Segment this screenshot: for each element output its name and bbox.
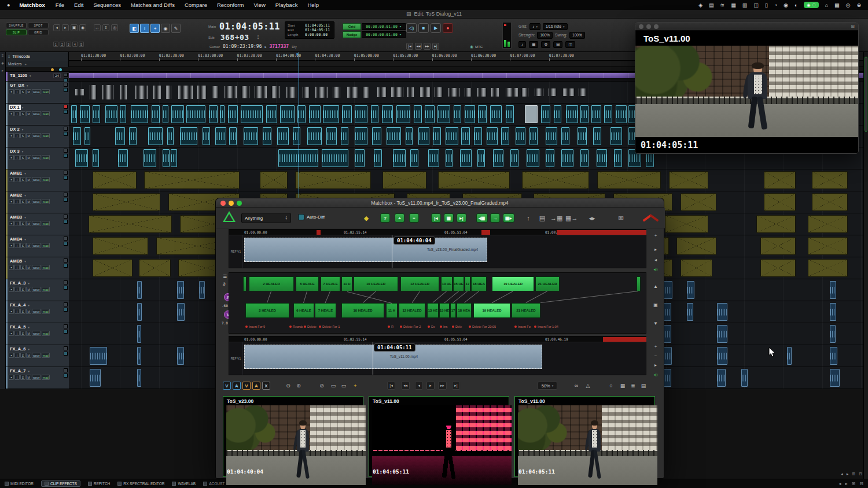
input-monitor-button[interactable]: I bbox=[14, 199, 20, 204]
track-view-selector[interactable]: wave bbox=[32, 309, 41, 314]
grid-note-select[interactable]: 1/16 note▾ bbox=[543, 23, 568, 30]
audio-clip[interactable] bbox=[614, 149, 622, 167]
frame2-icon[interactable]: ▭ bbox=[340, 382, 348, 390]
track-view-selector[interactable]: wave bbox=[32, 111, 41, 116]
pencil-tool[interactable]: ✎ bbox=[171, 24, 181, 33]
audio-clip[interactable] bbox=[561, 127, 569, 145]
grid-note-icon-box[interactable]: ♪▾ bbox=[529, 23, 540, 30]
audio-clip[interactable] bbox=[593, 127, 601, 145]
loop-icon[interactable]: ∞ bbox=[572, 382, 580, 390]
track-header-amb5[interactable]: AMB5▾●ISMwaveread bbox=[6, 257, 69, 279]
audio-clip[interactable] bbox=[546, 127, 558, 145]
zoom-in-button[interactable]: ⊕ bbox=[295, 382, 303, 390]
menu-item-matches-and-diffs[interactable]: Matches and Diffs bbox=[131, 2, 175, 8]
audio-clip[interactable] bbox=[830, 325, 836, 343]
track-header-fx-a-3[interactable]: FX_A_3▾●ISMwaveread bbox=[6, 279, 69, 301]
healed-clip[interactable]: 12 HEALED bbox=[400, 276, 439, 291]
track-header-dx-3[interactable]: DX 3▾●ISMwaveread bbox=[6, 147, 69, 169]
waveform-burst[interactable] bbox=[242, 86, 249, 98]
audio-clip[interactable] bbox=[490, 105, 502, 123]
healed-clip[interactable]: 13 HE bbox=[427, 303, 439, 318]
track-io-button[interactable] bbox=[64, 258, 68, 263]
track-header-fx-a-5[interactable]: FX_A_5▾●ISMwaveread bbox=[6, 323, 69, 345]
locate-button-1[interactable]: ◂◂ bbox=[415, 43, 422, 50]
automation-mode-button[interactable]: read bbox=[42, 177, 50, 182]
audio-clip[interactable] bbox=[322, 149, 349, 167]
audio-clip[interactable] bbox=[93, 105, 100, 123]
track-name[interactable]: GT_DX bbox=[9, 83, 25, 88]
mute-button[interactable]: M bbox=[26, 199, 31, 204]
mute-button[interactable]: M bbox=[26, 265, 31, 270]
diff-annotation[interactable]: Insert Fo bbox=[514, 325, 531, 328]
audio-clip[interactable] bbox=[139, 259, 171, 277]
grabber-tool[interactable]: + bbox=[150, 24, 160, 33]
diff-annotation[interactable]: Reorde bbox=[289, 325, 303, 328]
track-view-selector[interactable]: wave bbox=[32, 221, 41, 226]
healed-clip[interactable]: 10 HEALED bbox=[354, 276, 398, 291]
audio-clip[interactable] bbox=[144, 149, 156, 167]
waveform-burst[interactable] bbox=[579, 88, 586, 96]
audio-clip[interactable] bbox=[830, 369, 839, 387]
audio-clip[interactable] bbox=[323, 105, 339, 123]
bin-arrow-button[interactable]: →▦ bbox=[550, 213, 562, 223]
record-enable-button[interactable]: ● bbox=[9, 353, 14, 358]
bin-button[interactable]: ▤ bbox=[538, 213, 547, 223]
solo-button[interactable]: S bbox=[20, 287, 25, 292]
audio-clip[interactable] bbox=[454, 105, 462, 123]
audio-clip[interactable] bbox=[687, 281, 694, 299]
diff-annotation[interactable]: Delete bbox=[304, 325, 317, 328]
track-header-fx-a-7[interactable]: FX_A_7▾●ISMwaveread bbox=[6, 367, 69, 389]
audio-clip[interactable] bbox=[309, 105, 321, 123]
audio-clip[interactable] bbox=[425, 105, 434, 123]
record-enable-button[interactable]: ● bbox=[9, 265, 14, 270]
audio-clip[interactable] bbox=[510, 149, 518, 167]
swap-icon[interactable]: ◂▸ bbox=[587, 213, 597, 223]
track-output-button[interactable] bbox=[64, 264, 68, 268]
automation-mode-button[interactable]: read bbox=[42, 331, 50, 336]
audio-clip[interactable] bbox=[177, 347, 184, 365]
diff-annotation[interactable]: Ins bbox=[440, 325, 447, 328]
x-toggle[interactable]: X bbox=[262, 382, 270, 390]
track-caret-icon[interactable]: ▾ bbox=[28, 347, 30, 351]
audio-clip[interactable] bbox=[71, 105, 77, 123]
track-header-dx-2[interactable]: DX 2▾●ISMwaveread bbox=[6, 125, 69, 147]
automation-mode-button[interactable]: read bbox=[42, 265, 50, 270]
video-toggle[interactable]: V bbox=[223, 382, 231, 390]
status-icon-6[interactable]: ▯ bbox=[765, 2, 768, 8]
audio-clip[interactable] bbox=[307, 127, 322, 145]
audio-clip[interactable] bbox=[167, 127, 174, 145]
track-io-button[interactable] bbox=[64, 171, 68, 175]
corner-zoom-icon-2[interactable]: ⊞ bbox=[852, 472, 855, 476]
menu-item-edit[interactable]: Edit bbox=[74, 2, 83, 8]
panel-icon[interactable]: ▤ bbox=[553, 41, 562, 48]
audio-clip[interactable] bbox=[171, 149, 177, 167]
window-titlebar[interactable]: ▤ Edit: ToS Dialog_v11 bbox=[0, 10, 868, 19]
audio-clip[interactable] bbox=[406, 127, 413, 145]
reference-lane-top[interactable]: 01:00:00:0001:02:55:1401:05:51:0401:08:4… bbox=[229, 229, 646, 268]
record-enable-button[interactable]: ● bbox=[9, 331, 14, 336]
record-enable-button[interactable]: ● bbox=[9, 243, 14, 248]
waveform-burst[interactable] bbox=[506, 88, 518, 96]
input-monitor-button[interactable]: I bbox=[14, 177, 20, 182]
track-name[interactable]: FX_A_5 bbox=[9, 324, 27, 330]
track-output-button[interactable] bbox=[64, 330, 68, 334]
audio-clip[interactable] bbox=[89, 215, 172, 233]
track-view-selector[interactable]: wave bbox=[32, 265, 41, 270]
audio-clip[interactable] bbox=[148, 127, 163, 145]
audio-clip[interactable] bbox=[163, 149, 170, 167]
bin-out-button[interactable]: ▦→ bbox=[565, 213, 578, 223]
magnifier-icon[interactable]: ◎ bbox=[111, 24, 118, 31]
audio-clip[interactable] bbox=[717, 369, 726, 387]
audio-clip[interactable] bbox=[604, 105, 612, 123]
help-button[interactable]: ? bbox=[380, 213, 390, 223]
audio-clip[interactable] bbox=[477, 149, 486, 167]
selector-tool[interactable]: I bbox=[140, 24, 149, 33]
track-io-button[interactable] bbox=[64, 368, 68, 372]
track-caret-icon[interactable]: ▾ bbox=[24, 216, 26, 219]
sub-stepper[interactable]: ▲▼ bbox=[257, 35, 259, 40]
frame1-icon[interactable]: ▭ bbox=[329, 382, 337, 390]
solo-button[interactable]: S bbox=[20, 331, 25, 336]
track-io-button[interactable] bbox=[64, 302, 68, 306]
solo-button[interactable]: S bbox=[20, 353, 25, 358]
track-output-button[interactable] bbox=[64, 176, 68, 180]
